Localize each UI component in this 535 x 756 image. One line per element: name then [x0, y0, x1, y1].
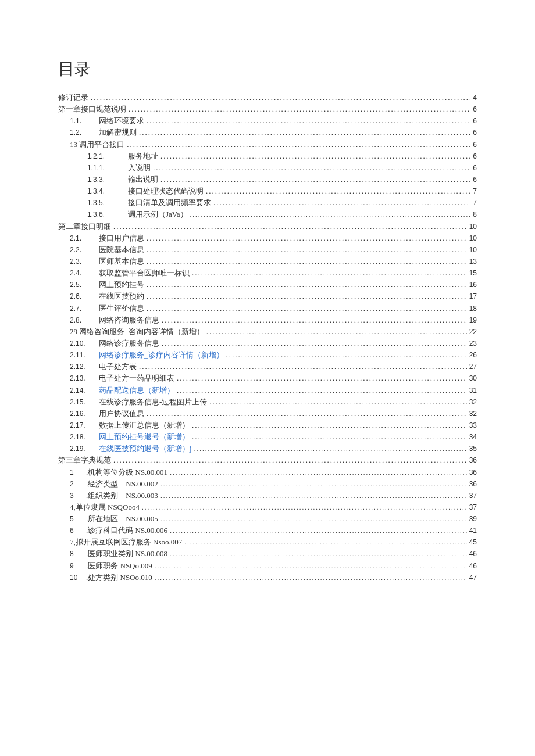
toc-entry-number: 2.11.: [70, 350, 99, 361]
toc-entry-number: 2.7.: [70, 303, 99, 314]
toc-entry-label: 7,拟开展互联网医疗服务 Nsoo.007: [70, 536, 182, 548]
toc-entry-page: 6: [473, 163, 477, 174]
toc-entry-number: 1.3.4.: [87, 186, 128, 197]
toc-entry-page: 10: [469, 221, 477, 232]
toc-leader-dots: [184, 538, 466, 547]
toc-entry: 2.11. 网络诊疗服务_诊疗内容详情（新增） 26: [58, 349, 477, 361]
toc-entry-number: 2.1.: [70, 233, 99, 244]
toc-entry-page: 37: [469, 490, 477, 501]
toc-entry-number: 2.16.: [70, 409, 99, 420]
toc-entry-number: 1: [70, 467, 86, 478]
toc-entry-number: 2.10.: [70, 338, 99, 349]
toc-heading: 目录: [58, 58, 477, 80]
toc-entry-label: .处方类别 NSOo.010: [86, 572, 152, 583]
toc-entry: 2.8. 网络咨询服务信息 19: [58, 314, 477, 326]
toc-entry-number: 2.2.: [70, 245, 99, 256]
toc-entry-page: 13: [469, 256, 477, 267]
toc-entry-label: 第三章字典规范: [58, 454, 111, 466]
toc-entry: 1.1. 网络环境要求 6: [58, 115, 477, 127]
toc-entry-page: 6: [473, 127, 477, 138]
toc-entry-label: 第二章接口明细: [58, 221, 111, 232]
toc-leader-dots: [170, 549, 467, 559]
toc-entry: 第二章接口明细 10: [58, 221, 477, 232]
toc-entry-page: 6: [473, 139, 477, 151]
toc-entry: 1 .机构等位分级 NS.00.001 36: [58, 467, 477, 478]
toc-entry-number: 1.1.1.: [87, 163, 128, 174]
toc-leader-dots: [91, 92, 470, 103]
toc-entry: 1.3.5. 接口清单及调用频率要求 7: [58, 197, 477, 209]
toc-entry-page: 36: [469, 479, 477, 490]
toc-entry-page: 16: [469, 280, 477, 291]
toc-entry: 2.10. 网络诊疗服务信息 23: [58, 338, 477, 349]
toc-leader-dots: [113, 454, 467, 466]
toc-leader-dots: [147, 115, 470, 127]
toc-entry-label: 数据上传汇总信息（新增）: [99, 420, 190, 431]
toc-leader-dots: [160, 514, 467, 524]
toc-entry: 1.2. 加解密规则 6: [58, 127, 477, 138]
toc-entry-number: 2.3.: [70, 256, 99, 267]
toc-entry-label: 4,单位隶属 NSQOoo4: [70, 501, 140, 513]
toc-entry-page: 22: [469, 327, 477, 338]
toc-leader-dots: [160, 151, 470, 162]
toc-entry-number: 2.14.: [70, 385, 99, 396]
toc-entry-label: 用户协议值息: [99, 408, 144, 420]
toc-entry: 2.3. 医师基本信息 13: [58, 256, 477, 267]
toc-entry-label: 接口清单及调用频率要求: [128, 197, 211, 209]
toc-entry-number: 9: [70, 561, 86, 572]
toc-entry-label[interactable]: 在线医技预约退号（新增）j: [99, 443, 192, 454]
toc-entry: 2.7. 医生评价信息 18: [58, 303, 477, 314]
toc-entry: 第一章接口规范说明 6: [58, 103, 477, 115]
toc-entry-number: 1.2.1.: [87, 151, 128, 162]
toc-entry-number: 1.3.3.: [87, 174, 128, 185]
toc-leader-dots: [162, 314, 467, 326]
toc-entry-page: 36: [469, 455, 477, 466]
toc-leader-dots: [153, 162, 470, 174]
toc-entry: 29 网络咨询服务_咨询内容详情（新增） 22: [58, 326, 477, 338]
toc-entry-number: 2.12.: [70, 361, 99, 372]
toc-entry-label: 在线医技预约: [99, 291, 144, 302]
toc-leader-dots: [127, 139, 470, 151]
toc-entry-page: 32: [469, 397, 477, 408]
toc-entry: 4,单位隶属 NSQOoo4 37: [58, 501, 477, 513]
toc-entry: 2 .经济类型 NS.00.002 36: [58, 478, 477, 490]
toc-entry-label: .诊疗科目代码 NS.00.006: [86, 525, 167, 536]
toc-entry-label[interactable]: 网络诊疗服务_诊疗内容详情（新增）: [99, 349, 224, 361]
toc-leader-dots: [155, 561, 467, 571]
toc-entry-page: 17: [469, 291, 477, 302]
toc-leader-dots: [160, 491, 467, 501]
toc-entry-page: 34: [469, 432, 477, 443]
toc-entry-page: 4: [473, 92, 477, 103]
toc-entry: 10 .处方类别 NSOo.010 47: [58, 572, 477, 583]
toc-entry-page: 45: [469, 537, 477, 548]
toc-entry-number: 2.8.: [70, 315, 99, 326]
toc-entry-label[interactable]: 网上预约挂号退号（新增）: [99, 431, 190, 443]
toc-entry: 2.12. 电子处方表 27: [58, 361, 477, 372]
toc-entry-label: .医师职业类别 NS.00.008: [86, 548, 167, 560]
toc-entry-page: 41: [469, 525, 477, 536]
toc-leader-dots: [209, 396, 466, 408]
toc-entry-label[interactable]: 药品配送信息（新增）: [99, 385, 174, 396]
toc-entry-page: 23: [469, 338, 477, 349]
toc-leader-dots: [177, 372, 467, 384]
toc-entry-number: 2.17.: [70, 420, 99, 431]
toc-entry: 6 .诊疗科目代码 NS.00.006 41: [58, 525, 477, 536]
toc-entry-page: 18: [469, 303, 477, 314]
toc-entry-label: 获取监管平台医师唯一标识: [99, 267, 190, 279]
toc-entry-page: 37: [469, 502, 477, 513]
toc-leader-dots: [190, 210, 471, 220]
toc-entry-label: 加解密规则: [99, 127, 137, 138]
toc-entry: 2.16. 用户协议值息 32: [58, 408, 477, 420]
toc-entry-label: 网络咨询服务信息: [99, 314, 159, 326]
toc-entry-number: 6: [70, 525, 86, 536]
toc-leader-dots: [192, 267, 467, 279]
table-of-contents: 修订记录 4 第一章接口规范说明 61.1. 网络环境要求 61.2. 加解密规…: [58, 92, 477, 583]
toc-entry-number: 10: [70, 572, 86, 583]
toc-entry-page: 46: [469, 561, 477, 572]
toc-entry-label: 在线诊疗服务信息-过程图片上传: [99, 396, 207, 408]
toc-entry-label: 医院基本信息: [99, 244, 144, 256]
toc-leader-dots: [162, 338, 467, 349]
toc-leader-dots: [213, 197, 470, 209]
toc-entry: 1.3.4. 接口处理状态代码说明 7: [58, 185, 477, 197]
toc-entry: 7,拟开展互联网医疗服务 Nsoo.007 45: [58, 536, 477, 548]
toc-leader-dots: [192, 431, 467, 443]
